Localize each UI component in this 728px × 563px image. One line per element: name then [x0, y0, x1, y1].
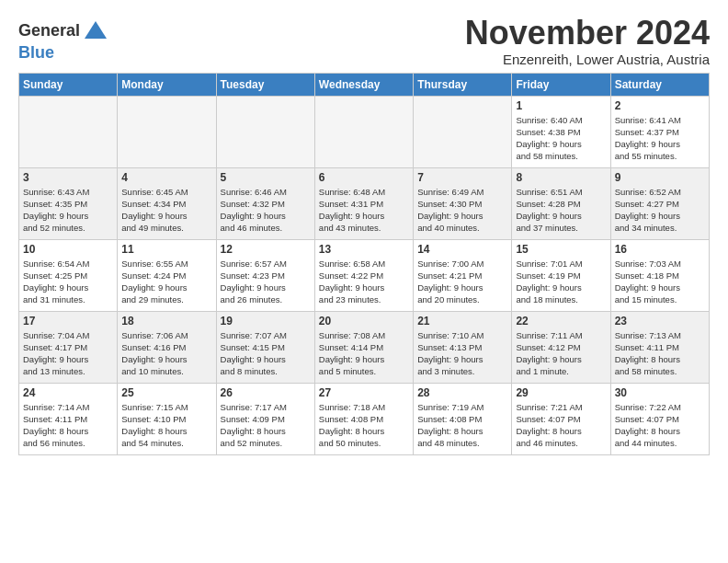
- table-cell: 4Sunrise: 6:45 AM Sunset: 4:34 PM Daylig…: [118, 167, 216, 239]
- day-info: Sunrise: 7:22 AM Sunset: 4:07 PM Dayligh…: [615, 401, 705, 450]
- table-cell: [19, 96, 118, 167]
- table-cell: 23Sunrise: 7:13 AM Sunset: 4:11 PM Dayli…: [610, 311, 709, 383]
- day-info: Sunrise: 7:06 AM Sunset: 4:16 PM Dayligh…: [121, 329, 211, 378]
- table-cell: [216, 96, 314, 167]
- calendar-table: Sunday Monday Tuesday Wednesday Thursday…: [18, 73, 710, 455]
- logo-icon: [83, 18, 108, 44]
- day-info: Sunrise: 6:52 AM Sunset: 4:27 PM Dayligh…: [615, 186, 705, 235]
- day-info: Sunrise: 7:10 AM Sunset: 4:13 PM Dayligh…: [417, 329, 507, 378]
- table-cell: [118, 96, 216, 167]
- day-number: 24: [23, 386, 113, 399]
- day-info: Sunrise: 7:00 AM Sunset: 4:21 PM Dayligh…: [417, 258, 507, 306]
- table-cell: 22Sunrise: 7:11 AM Sunset: 4:12 PM Dayli…: [512, 311, 610, 383]
- month-title: November 2024: [465, 15, 710, 52]
- day-number: 25: [121, 386, 211, 399]
- table-cell: 18Sunrise: 7:06 AM Sunset: 4:16 PM Dayli…: [118, 311, 216, 383]
- table-cell: 3Sunrise: 6:43 AM Sunset: 4:35 PM Daylig…: [19, 167, 118, 239]
- logo-text: General: [18, 22, 80, 40]
- day-info: Sunrise: 6:55 AM Sunset: 4:24 PM Dayligh…: [121, 258, 211, 306]
- day-number: 29: [516, 386, 606, 399]
- day-number: 6: [319, 171, 409, 184]
- table-cell: 9Sunrise: 6:52 AM Sunset: 4:27 PM Daylig…: [610, 167, 709, 239]
- day-info: Sunrise: 7:03 AM Sunset: 4:18 PM Dayligh…: [615, 258, 705, 306]
- day-number: 1: [516, 99, 606, 112]
- day-number: 16: [615, 243, 705, 256]
- col-thursday: Thursday: [414, 73, 512, 96]
- day-number: 19: [221, 315, 311, 327]
- calendar-row: 3Sunrise: 6:43 AM Sunset: 4:35 PM Daylig…: [19, 167, 710, 239]
- day-info: Sunrise: 7:11 AM Sunset: 4:12 PM Dayligh…: [516, 329, 606, 378]
- calendar-row: 1Sunrise: 6:40 AM Sunset: 4:38 PM Daylig…: [19, 96, 710, 167]
- page: General Blue November 2024 Enzenreith, L…: [0, 0, 728, 465]
- table-cell: 15Sunrise: 7:01 AM Sunset: 4:19 PM Dayli…: [512, 239, 610, 311]
- day-number: 14: [417, 243, 507, 256]
- day-number: 22: [516, 315, 606, 327]
- table-cell: 25Sunrise: 7:15 AM Sunset: 4:10 PM Dayli…: [118, 383, 216, 454]
- day-info: Sunrise: 7:08 AM Sunset: 4:14 PM Dayligh…: [319, 329, 409, 378]
- header: General Blue November 2024 Enzenreith, L…: [18, 15, 710, 67]
- table-cell: 27Sunrise: 7:18 AM Sunset: 4:08 PM Dayli…: [314, 383, 413, 454]
- day-info: Sunrise: 7:04 AM Sunset: 4:17 PM Dayligh…: [23, 329, 113, 378]
- subtitle: Enzenreith, Lower Austria, Austria: [465, 52, 710, 67]
- day-info: Sunrise: 7:07 AM Sunset: 4:15 PM Dayligh…: [221, 329, 311, 378]
- table-cell: 1Sunrise: 6:40 AM Sunset: 4:38 PM Daylig…: [512, 96, 610, 167]
- table-cell: 20Sunrise: 7:08 AM Sunset: 4:14 PM Dayli…: [314, 311, 413, 383]
- logo-text2: Blue: [18, 44, 108, 63]
- table-cell: 28Sunrise: 7:19 AM Sunset: 4:08 PM Dayli…: [414, 383, 512, 454]
- day-number: 13: [319, 243, 409, 256]
- day-number: 17: [23, 315, 113, 327]
- calendar-row: 24Sunrise: 7:14 AM Sunset: 4:11 PM Dayli…: [19, 383, 710, 454]
- day-info: Sunrise: 6:57 AM Sunset: 4:23 PM Dayligh…: [221, 258, 311, 306]
- col-tuesday: Tuesday: [216, 73, 314, 96]
- day-number: 18: [121, 315, 211, 327]
- table-cell: 5Sunrise: 6:46 AM Sunset: 4:32 PM Daylig…: [216, 167, 314, 239]
- day-info: Sunrise: 7:17 AM Sunset: 4:09 PM Dayligh…: [221, 401, 311, 450]
- day-info: Sunrise: 7:01 AM Sunset: 4:19 PM Dayligh…: [516, 258, 606, 306]
- day-info: Sunrise: 6:48 AM Sunset: 4:31 PM Dayligh…: [319, 186, 409, 235]
- day-number: 23: [615, 315, 705, 327]
- day-info: Sunrise: 7:15 AM Sunset: 4:10 PM Dayligh…: [121, 401, 211, 450]
- table-cell: 30Sunrise: 7:22 AM Sunset: 4:07 PM Dayli…: [610, 383, 709, 454]
- day-info: Sunrise: 7:18 AM Sunset: 4:08 PM Dayligh…: [319, 401, 409, 450]
- title-block: November 2024 Enzenreith, Lower Austria,…: [465, 15, 710, 67]
- col-monday: Monday: [118, 73, 216, 96]
- table-cell: [314, 96, 413, 167]
- col-friday: Friday: [512, 73, 610, 96]
- table-cell: 12Sunrise: 6:57 AM Sunset: 4:23 PM Dayli…: [216, 239, 314, 311]
- table-cell: 6Sunrise: 6:48 AM Sunset: 4:31 PM Daylig…: [314, 167, 413, 239]
- day-number: 11: [121, 243, 211, 256]
- day-info: Sunrise: 6:43 AM Sunset: 4:35 PM Dayligh…: [23, 186, 113, 235]
- day-number: 26: [221, 386, 311, 399]
- table-cell: 16Sunrise: 7:03 AM Sunset: 4:18 PM Dayli…: [610, 239, 709, 311]
- table-cell: 8Sunrise: 6:51 AM Sunset: 4:28 PM Daylig…: [512, 167, 610, 239]
- table-cell: 19Sunrise: 7:07 AM Sunset: 4:15 PM Dayli…: [216, 311, 314, 383]
- day-info: Sunrise: 6:51 AM Sunset: 4:28 PM Dayligh…: [516, 186, 606, 235]
- table-cell: 21Sunrise: 7:10 AM Sunset: 4:13 PM Dayli…: [414, 311, 512, 383]
- day-info: Sunrise: 7:19 AM Sunset: 4:08 PM Dayligh…: [417, 401, 507, 450]
- day-info: Sunrise: 7:21 AM Sunset: 4:07 PM Dayligh…: [516, 401, 606, 450]
- day-info: Sunrise: 7:13 AM Sunset: 4:11 PM Dayligh…: [615, 329, 705, 378]
- day-number: 27: [319, 386, 409, 399]
- day-info: Sunrise: 6:40 AM Sunset: 4:38 PM Dayligh…: [516, 114, 606, 163]
- day-info: Sunrise: 6:45 AM Sunset: 4:34 PM Dayligh…: [121, 186, 211, 235]
- header-row: Sunday Monday Tuesday Wednesday Thursday…: [19, 73, 710, 96]
- table-cell: 13Sunrise: 6:58 AM Sunset: 4:22 PM Dayli…: [314, 239, 413, 311]
- col-wednesday: Wednesday: [314, 73, 413, 96]
- day-number: 4: [121, 171, 211, 184]
- day-number: 3: [23, 171, 113, 184]
- table-cell: 29Sunrise: 7:21 AM Sunset: 4:07 PM Dayli…: [512, 383, 610, 454]
- day-number: 8: [516, 171, 606, 184]
- table-cell: [414, 96, 512, 167]
- logo: General Blue: [18, 18, 108, 63]
- col-saturday: Saturday: [610, 73, 709, 96]
- day-number: 10: [23, 243, 113, 256]
- day-number: 28: [417, 386, 507, 399]
- day-number: 7: [417, 171, 507, 184]
- calendar-row: 10Sunrise: 6:54 AM Sunset: 4:25 PM Dayli…: [19, 239, 710, 311]
- day-number: 5: [221, 171, 311, 184]
- day-number: 30: [615, 386, 705, 399]
- day-number: 2: [615, 99, 705, 112]
- table-cell: 14Sunrise: 7:00 AM Sunset: 4:21 PM Dayli…: [414, 239, 512, 311]
- table-cell: 10Sunrise: 6:54 AM Sunset: 4:25 PM Dayli…: [19, 239, 118, 311]
- table-cell: 24Sunrise: 7:14 AM Sunset: 4:11 PM Dayli…: [19, 383, 118, 454]
